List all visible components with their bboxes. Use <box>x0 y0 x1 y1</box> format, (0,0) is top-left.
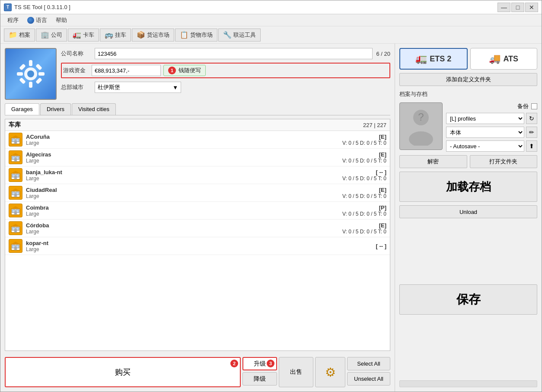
list-item[interactable]: ACoruña Large [E] V: 0 / 5 D: 0 / 5 T: 0 <box>5 131 390 149</box>
sell-button[interactable]: 出售 <box>279 357 313 387</box>
toolbar-dangan[interactable]: 📁 档案 <box>4 29 35 41</box>
svg-rect-5 <box>38 72 45 76</box>
edit-icon: ✏ <box>529 129 534 136</box>
open-folder-button[interactable]: 打开文件夹 <box>470 155 538 168</box>
toolbar-huowushichang-label: 货物市场 <box>190 31 213 39</box>
money-tooltip-text: 钱随便写 <box>179 67 201 74</box>
toolbar-guache[interactable]: 🚌 挂车 <box>100 29 131 41</box>
toolbar-kache-label: 卡车 <box>83 31 94 39</box>
tab-visited-cities[interactable]: Visited cities <box>72 103 116 115</box>
company-name-input[interactable] <box>95 48 373 59</box>
ets2-button[interactable]: 🚛 ETS 2 <box>399 48 468 70</box>
tab-drivers[interactable]: Drivers <box>40 103 71 115</box>
autosave-select[interactable]: - Autosave - <box>446 140 524 152</box>
money-input[interactable] <box>92 65 161 76</box>
toolbar-kache[interactable]: 🚛 卡车 <box>68 29 99 41</box>
garage-info: Algeciras Large <box>26 151 339 164</box>
close-button[interactable]: ✕ <box>525 3 538 12</box>
garage-icon <box>9 239 22 253</box>
garage-icon <box>9 168 22 182</box>
toolbar-lianyungongju-label: 联运工具 <box>233 31 256 39</box>
avatar-section: ? 备份 [L] profiles ↻ <box>399 102 537 152</box>
garage-tag: [P] <box>342 204 386 211</box>
ats-button[interactable]: 🚚 ATS <box>470 48 538 70</box>
avatar-controls: 备份 [L] profiles ↻ <box>446 102 537 152</box>
garage-list[interactable]: ACoruña Large [E] V: 0 / 5 D: 0 / 5 T: 0… <box>5 131 390 351</box>
unload-label: Unload <box>459 209 477 215</box>
unload-button[interactable]: Unload <box>399 205 537 218</box>
svg-point-1 <box>27 70 34 77</box>
menu-chengxu[interactable]: 程序 <box>4 15 22 25</box>
custom-folder-button[interactable]: 添加自定义文件夹 <box>399 73 537 86</box>
toolbar-huoyunshichang[interactable]: 📦 货运市场 <box>132 29 174 41</box>
decrypt-open-row: 解密 打开文件夹 <box>399 155 537 168</box>
city-select[interactable]: 杜伊斯堡 ▼ <box>95 82 181 93</box>
menu-yuyan-label: 语言 <box>36 16 47 24</box>
list-item[interactable]: Córdoba Large [E] V: 0 / 5 D: 0 / 5 T: 0 <box>5 220 390 237</box>
minimize-button[interactable]: — <box>497 3 510 12</box>
garage-stat-detail: V: 0 / 5 D: 0 / 5 T: 0 <box>342 211 386 217</box>
svg-rect-3 <box>29 82 32 88</box>
select-all-button[interactable]: Select All <box>347 357 390 370</box>
load-save-label: 加载存档 <box>446 179 491 194</box>
kache-icon: 🚛 <box>73 31 81 39</box>
settings-button[interactable]: ⚙ <box>315 357 345 387</box>
decrypt-button[interactable]: 解密 <box>399 155 467 168</box>
unselect-all-button[interactable]: Unselect All <box>347 372 390 386</box>
garage-tag: [E] <box>342 187 386 193</box>
save-button[interactable]: 保存 <box>399 284 537 315</box>
upgrade-button[interactable]: 升级 3 <box>242 357 277 370</box>
downgrade-label: 降级 <box>254 375 266 383</box>
guache-icon: 🚌 <box>105 31 113 39</box>
upload-icon: ⬆ <box>529 143 534 150</box>
svg-marker-34 <box>11 206 20 209</box>
backup-checkbox[interactable] <box>531 103 537 109</box>
list-item[interactable]: Coimbra Large [P] V: 0 / 5 D: 0 / 5 T: 0 <box>5 202 390 220</box>
right-panel: 🚛 ETS 2 🚚 ATS 添加自定义文件夹 档案与存档 ? <box>395 44 542 392</box>
garage-name: banja_luka-nt <box>26 169 339 175</box>
save-label: 保存 <box>456 291 481 308</box>
list-item[interactable]: Algeciras Large [E] V: 0 / 5 D: 0 / 5 T:… <box>5 149 390 166</box>
autosave-upload-button[interactable]: ⬆ <box>526 140 537 152</box>
dangan-icon: 📁 <box>9 31 17 39</box>
downgrade-button[interactable]: 降级 <box>242 372 277 386</box>
buy-label: 购买 <box>115 367 131 377</box>
list-item[interactable]: CiudadReal Large [E] V: 0 / 5 D: 0 / 5 T… <box>5 184 390 202</box>
benti-edit-button[interactable]: ✏ <box>526 127 537 138</box>
menu-yuyan[interactable]: 语言 <box>24 15 51 25</box>
garage-icon <box>9 150 22 164</box>
garage-icon <box>9 204 22 217</box>
upgrade-label: 升级 <box>254 360 266 368</box>
unselect-all-label: Unselect All <box>354 376 383 382</box>
tab-garages[interactable]: Garages <box>5 103 39 115</box>
ets2-label: ETS 2 <box>430 54 451 64</box>
list-item[interactable]: banja_luka-nt Large [ -- ] V: 0 / 5 D: 0… <box>5 166 390 184</box>
benti-row: 本体 ✏ <box>446 127 537 138</box>
benti-select[interactable]: 本体 <box>446 127 524 138</box>
garage-icon <box>9 221 22 235</box>
money-tooltip: 1 钱随便写 <box>163 65 206 76</box>
toolbar-lianyungongju[interactable]: 🔧 联运工具 <box>218 29 261 41</box>
upgrade-badge: 3 <box>267 360 274 367</box>
ats-truck-icon: 🚚 <box>489 53 501 64</box>
toolbar-gongsi[interactable]: 🏢 公司 <box>36 29 67 41</box>
maximize-button[interactable]: □ <box>511 3 524 12</box>
garage-icon <box>9 186 22 200</box>
load-save-button[interactable]: 加载存档 <box>399 172 537 202</box>
toolbar-gongsi-label: 公司 <box>51 31 62 39</box>
decrypt-label: 解密 <box>427 158 439 166</box>
toolbar-huoyunshichang-label: 货运市场 <box>147 31 169 39</box>
svg-rect-8 <box>19 77 26 84</box>
buy-button[interactable]: 购买 2 <box>5 357 241 387</box>
garage-size: Large <box>26 193 339 199</box>
garage-tag: [E] <box>342 222 386 229</box>
menu-bangzhu[interactable]: 帮助 <box>52 15 70 25</box>
svg-rect-38 <box>14 229 17 233</box>
list-item[interactable]: kopar-nt Large [ -- ] <box>5 237 390 255</box>
garage-tag: [E] <box>342 134 386 140</box>
profiles-row: [L] profiles ↻ <box>446 113 537 124</box>
toolbar-huowushichang[interactable]: 📋 货物市场 <box>175 29 217 41</box>
profiles-select[interactable]: [L] profiles <box>446 113 524 124</box>
profiles-refresh-button[interactable]: ↻ <box>526 113 537 124</box>
ets2-truck-icon: 🚛 <box>415 53 427 64</box>
